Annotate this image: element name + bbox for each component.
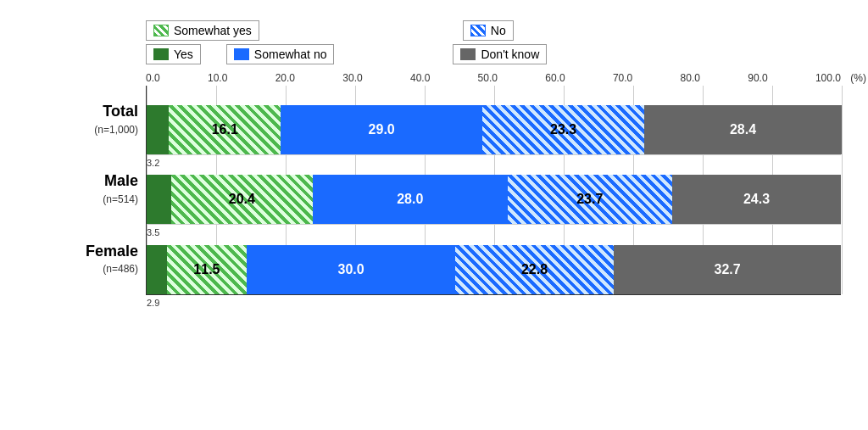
legend-yes: Yes <box>146 44 201 64</box>
legend-label-somewhat-no: Somewhat no <box>254 47 327 61</box>
axis-unit: (%) <box>850 72 866 84</box>
legend-label-no: No <box>491 24 506 37</box>
axis-10: 10.0 <box>208 72 227 84</box>
axis-labels: 0.0 10.0 20.0 30.0 40.0 50.0 60.0 70.0 8… <box>146 72 841 84</box>
bar-seg-somewhat-yes-2: 11.5 <box>167 245 247 294</box>
row-label-0: Total(n=1,000) <box>28 103 138 137</box>
bar-stack-2: 2.911.530.022.832.7 <box>147 245 841 294</box>
swatch-somewhat-no <box>234 48 249 60</box>
row-label-2: Female(n=486) <box>28 243 138 276</box>
legend-label-somewhat-yes: Somewhat yes <box>174 24 252 37</box>
bar-seg-somewhat-yes-1: 20.4 <box>171 175 313 224</box>
row-label-1: Male(n=514) <box>28 172 138 206</box>
axis-30: 30.0 <box>342 72 362 84</box>
bar-row-2: Female(n=486)2.911.530.022.832.7 <box>147 225 841 294</box>
axis-0: 0.0 <box>146 72 160 84</box>
legend-row-1: Somewhat yes No <box>146 20 514 41</box>
axis-40: 40.0 <box>410 72 430 84</box>
legend-area: Somewhat yes No Yes Somewhat no Don't kn… <box>146 20 841 68</box>
bar-seg-somewhat-no-1: 28.0 <box>313 175 508 224</box>
legend-label-yes: Yes <box>174 47 193 61</box>
axis-area: 0.0 10.0 20.0 30.0 40.0 50.0 60.0 70.0 8… <box>146 72 841 84</box>
swatch-dont-know <box>460 48 476 60</box>
bar-seg-no-2: 22.8 <box>455 245 614 294</box>
grid-line-100 <box>842 86 843 294</box>
legend-somewhat-no: Somewhat no <box>226 44 335 64</box>
swatch-yes <box>153 48 169 60</box>
bar-stack-0: 3.216.129.023.328.4 <box>147 105 841 154</box>
bar-seg-yes-1: 3.5 <box>147 175 171 224</box>
bar-seg-yes-0: 3.2 <box>147 105 169 154</box>
bar-seg-somewhat-no-2: 30.0 <box>247 245 455 294</box>
bar-seg-no-0: 23.3 <box>482 105 644 154</box>
swatch-no <box>470 25 486 36</box>
axis-80: 80.0 <box>681 72 700 84</box>
legend-somewhat-yes: Somewhat yes <box>146 20 259 41</box>
legend-dont-know: Don't know <box>453 44 547 64</box>
bar-row-1: Male(n=514)3.520.428.023.724.3 <box>147 155 841 225</box>
bar-stack-1: 3.520.428.023.724.3 <box>147 175 841 224</box>
legend-label-dont-know: Don't know <box>481 47 539 61</box>
axis-50: 50.0 <box>478 72 498 84</box>
axis-100: 100.0 <box>815 72 841 84</box>
bar-seg-dont-know-2: 32.7 <box>614 245 841 294</box>
axis-90: 90.0 <box>748 72 767 84</box>
axis-20: 20.0 <box>275 72 295 84</box>
bar-seg-dont-know-1: 24.3 <box>672 175 841 224</box>
legend-no: No <box>463 20 514 41</box>
bar-seg-yes-2: 2.9 <box>147 245 167 294</box>
chart-container: Somewhat yes No Yes Somewhat no Don't kn… <box>19 12 849 419</box>
bars-area: Total(n=1,000)3.216.129.023.328.4Male(n=… <box>146 86 841 295</box>
bar-seg-somewhat-yes-0: 16.1 <box>169 105 281 154</box>
bar-seg-somewhat-no-0: 29.0 <box>281 105 482 154</box>
small-label-2: 2.9 <box>147 298 159 308</box>
bar-seg-dont-know-0: 28.4 <box>644 105 842 154</box>
swatch-somewhat-yes <box>153 25 169 36</box>
bar-seg-no-1: 23.7 <box>508 175 672 224</box>
axis-70: 70.0 <box>613 72 632 84</box>
bar-row-0: Total(n=1,000)3.216.129.023.328.4 <box>147 86 841 155</box>
axis-60: 60.0 <box>545 72 565 84</box>
legend-row-2: Yes Somewhat no Don't know <box>146 44 547 64</box>
